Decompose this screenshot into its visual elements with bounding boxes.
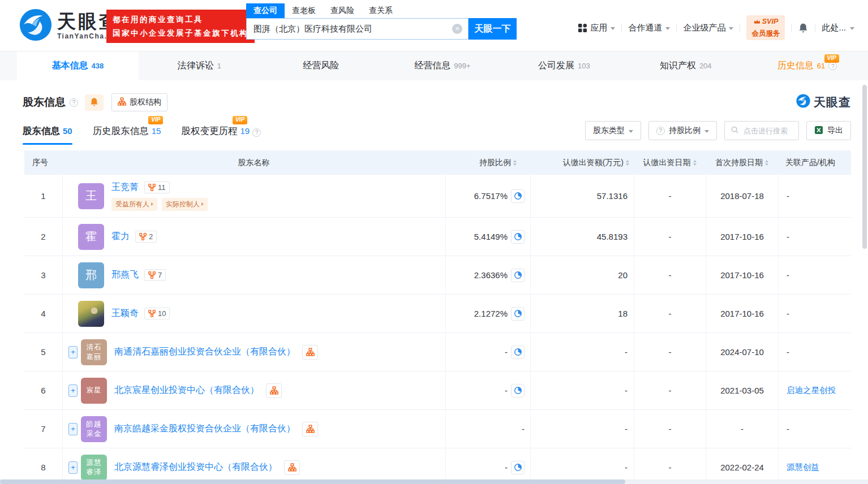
column-header[interactable]: 认缴出资日期 xyxy=(634,150,706,175)
table-search-input[interactable] xyxy=(742,126,793,136)
related-product-value: - xyxy=(787,309,789,318)
equity-structure-icon-button[interactable] xyxy=(284,460,300,475)
row-number: 8 xyxy=(24,448,62,484)
shareholder-name-link[interactable]: 南通清石嘉丽创业投资合伙企业（有限合伙） xyxy=(114,346,295,358)
horizontal-scrollbar[interactable] xyxy=(0,479,868,484)
search-tab-company[interactable]: 查公司 xyxy=(246,3,285,18)
column-header[interactable]: 认缴出资额(万元) xyxy=(530,150,634,175)
search-icon xyxy=(731,126,739,136)
shareholder-type-filter[interactable]: 股东类型 xyxy=(585,121,641,140)
export-button[interactable]: 导出 xyxy=(806,121,851,140)
subtab-equity-change-history[interactable]: VIP股权变更历程19 xyxy=(181,125,261,145)
pie-chart-icon-button[interactable] xyxy=(511,384,525,397)
expand-row-button[interactable]: + xyxy=(68,346,78,358)
user-menu[interactable]: 此处... xyxy=(822,23,854,33)
pie-chart-icon-button[interactable] xyxy=(511,461,525,474)
subtab-shareholders-history[interactable]: VIP历史股东信息15 xyxy=(93,125,161,145)
column-header: 股东名称 xyxy=(62,150,445,175)
related-product-cell: 启迪之星创投 xyxy=(778,371,851,409)
divider xyxy=(621,24,622,32)
pie-chart-icon-button[interactable] xyxy=(511,307,525,321)
main-tab-basic-info[interactable]: 基本信息438 xyxy=(17,51,139,80)
vertical-scrollbar[interactable] xyxy=(862,85,867,475)
pie-chart-icon-button[interactable] xyxy=(511,230,525,244)
shareholder-name-link[interactable]: 邢燕飞 xyxy=(111,269,139,281)
sort-icon[interactable] xyxy=(765,160,768,166)
notifications-bell-icon[interactable] xyxy=(798,23,809,33)
shareholder-name-link[interactable]: 霍力 xyxy=(111,231,130,243)
shareholder-name-link[interactable]: 北京宸星创业投资中心（有限合伙） xyxy=(114,384,259,396)
column-header[interactable]: 首次持股日期 xyxy=(706,150,778,175)
equity-structure-icon-button[interactable] xyxy=(302,345,318,360)
search-button[interactable]: 天眼一下 xyxy=(469,18,517,40)
subtab-shareholders-current[interactable]: 股东信息50 xyxy=(23,125,72,145)
relations-count-badge[interactable]: 10 xyxy=(144,308,170,319)
subscribed-date-cell: - xyxy=(634,175,706,217)
expand-row-button[interactable]: + xyxy=(68,461,78,474)
related-product-cell: - xyxy=(778,218,851,256)
shareholder-name-link[interactable]: 南京皓越采金股权投资合伙企业（有限合伙） xyxy=(114,423,295,435)
table-search-box xyxy=(724,121,799,140)
shareholder-name-link[interactable]: 王竞菁 xyxy=(111,182,139,193)
main-tab-operating-risk[interactable]: 经营风险 xyxy=(260,51,382,80)
main-tab-intellectual-property[interactable]: 知识产权204 xyxy=(625,51,746,80)
search-tab-risk[interactable]: 查风险 xyxy=(323,3,362,18)
shareholder-subtabs: 股东信息50VIP历史股东信息15VIP股权变更历程19 xyxy=(23,125,261,145)
chevron-down-icon xyxy=(629,130,633,133)
table-body: 1王王竞菁11受益所有人实际控制人6.7517%57.1316-2018-07-… xyxy=(24,175,851,484)
relations-count-badge[interactable]: 7 xyxy=(144,269,166,281)
main-tab-history-info[interactable]: VIP历史信息61 xyxy=(746,51,868,80)
avatar: 皓越采金 xyxy=(81,416,107,442)
subscribed-amount-cell: - xyxy=(530,410,634,448)
relations-count-badge[interactable]: 11 xyxy=(144,182,170,193)
shareholder-name-link[interactable]: 北京源慧睿泽创业投资中心（有限合伙） xyxy=(114,461,277,473)
top-nav: 应用合作通道企业级产品SVIP会员服务此处... xyxy=(578,15,854,40)
ratio-cell: 2.1272% xyxy=(445,295,530,332)
search-tab-boss[interactable]: 查老板 xyxy=(285,3,323,18)
related-product-cell: - xyxy=(778,256,851,294)
notification-bell-button[interactable] xyxy=(85,94,104,111)
ratio-cell: - xyxy=(445,333,530,371)
help-icon[interactable] xyxy=(70,98,78,107)
pie-chart-icon-button[interactable] xyxy=(511,345,525,359)
main-tab-business-info[interactable]: 经营信息999+ xyxy=(382,51,504,80)
company-search-input[interactable] xyxy=(247,19,468,39)
row-number: 4 xyxy=(24,295,62,332)
svip-membership-button[interactable]: SVIP会员服务 xyxy=(746,15,785,40)
column-header[interactable]: 持股比例 xyxy=(445,150,530,175)
excel-icon xyxy=(814,126,823,136)
pie-chart-icon-button[interactable] xyxy=(511,269,525,282)
expand-row-button[interactable]: + xyxy=(68,384,78,397)
equity-structure-icon-button[interactable] xyxy=(266,383,282,398)
first-holding-date-cell: - xyxy=(706,410,778,448)
clear-search-icon[interactable]: × xyxy=(452,24,462,34)
relations-count-badge[interactable]: 2 xyxy=(135,231,157,243)
shareholder-tag[interactable]: 实际控制人 xyxy=(162,198,208,211)
table-controls: 股东类型 持股比例 导出 xyxy=(585,121,851,145)
ratio-filter[interactable]: 持股比例 xyxy=(648,121,717,140)
equity-structure-button[interactable]: 股权结构 xyxy=(111,93,167,111)
sort-icon[interactable] xyxy=(513,160,517,166)
shareholder-name-link[interactable]: 王颖奇 xyxy=(111,308,139,319)
nav-item-apps[interactable]: 应用 xyxy=(578,23,615,33)
avatar: 邢 xyxy=(78,262,104,288)
first-holding-date-cell: 2017-10-16 xyxy=(706,256,778,294)
expand-row-button[interactable]: + xyxy=(68,423,78,435)
vertical-scrollbar-thumb[interactable] xyxy=(862,85,867,249)
help-icon[interactable] xyxy=(252,128,261,137)
shareholder-tag[interactable]: 受益所有人 xyxy=(111,198,157,211)
pie-chart-icon-button[interactable] xyxy=(511,189,525,203)
related-product-link[interactable]: 源慧创益 xyxy=(787,462,819,473)
equity-structure-icon-button[interactable] xyxy=(302,422,318,437)
main-tab-company-development[interactable]: 公司发展103 xyxy=(503,51,625,80)
shareholder-name-cell: +皓越采金南京皓越采金股权投资合伙企业（有限合伙） xyxy=(62,410,445,448)
horizontal-scrollbar-thumb[interactable] xyxy=(0,479,625,484)
sort-icon[interactable] xyxy=(693,160,697,166)
nav-item-enterprise-products[interactable]: 企业级产品 xyxy=(683,23,733,33)
related-product-link[interactable]: 启迪之星创投 xyxy=(787,385,836,396)
help-icon[interactable] xyxy=(828,62,837,70)
nav-item-cooperation[interactable]: 合作通道 xyxy=(628,23,670,33)
sort-icon[interactable] xyxy=(626,160,629,166)
main-tab-legal-proceedings[interactable]: 法律诉讼1 xyxy=(139,51,260,80)
search-tab-relation[interactable]: 查关系 xyxy=(362,3,400,18)
